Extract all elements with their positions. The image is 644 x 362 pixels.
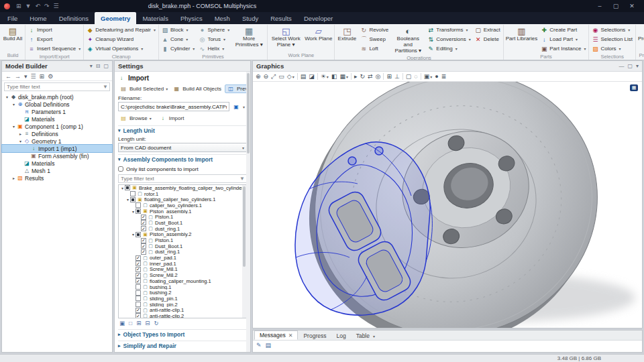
model-tree-node[interactable]: ▸≡Definitions	[2, 130, 112, 137]
perspective-projection-icon[interactable]: ◪	[309, 73, 315, 80]
build-all-objects-button[interactable]: ▦ Build All Objects	[171, 85, 223, 93]
back-icon[interactable]: ←	[5, 73, 11, 80]
component-tree-node[interactable]: ▾▣Brake_assembly_floating_caliper_two_cy…	[119, 185, 246, 191]
insert-sequence-button[interactable]: ≡Insert Sequence▾	[27, 44, 82, 53]
component-checkbox-checked[interactable]	[136, 278, 141, 284]
build-selected-button[interactable]: ▤ Build Selected ▾	[118, 85, 170, 93]
component-checkbox-partial[interactable]	[136, 208, 141, 214]
component-tree-node[interactable]: ▢rotor.1	[119, 191, 246, 197]
browse-button[interactable]: ▤ Browse ▾	[118, 115, 154, 122]
menu-tab-definitions[interactable]: Definitions	[53, 12, 95, 24]
component-checkbox-checked[interactable]	[141, 220, 146, 225]
component-checkbox-checked[interactable]	[136, 273, 141, 278]
cone-button[interactable]: ▲Cone▾	[160, 35, 196, 44]
work-plane-button[interactable]: ▱Work Plane	[304, 25, 333, 43]
select-lasso-icon[interactable]: ◌	[414, 73, 417, 80]
component-checkbox-checked[interactable]	[141, 215, 146, 220]
maximize-button[interactable]: ▢	[608, 0, 624, 12]
helix-button[interactable]: ∿Helix▾	[197, 44, 231, 53]
rotate-view-icon[interactable]: ↻	[360, 73, 365, 80]
cleanup-wizard-button[interactable]: ✦Cleanup Wizard	[85, 35, 157, 44]
component-tree-node[interactable]: ▢sliding_pin.1	[119, 296, 246, 302]
clear-messages-icon[interactable]: ✎	[256, 342, 262, 349]
collapse-arrow-icon[interactable]: ▾	[131, 209, 136, 214]
pan-view-icon[interactable]: ⇄	[368, 73, 373, 80]
component-tree-node[interactable]: ▾▣Piston_assembly.2	[119, 232, 246, 238]
load-part-button[interactable]: ↓Load Part▾	[539, 35, 587, 44]
save-icon[interactable]: ▼	[25, 3, 32, 9]
length-unit-section-header[interactable]: ▾ Length Unit	[118, 125, 247, 135]
menu-tab-study[interactable]: Study	[236, 12, 264, 24]
messages-tab-progress[interactable]: Progress	[299, 332, 331, 340]
model-tree-node[interactable]: πParameters 1	[2, 108, 112, 115]
close-tab-icon[interactable]: ✕	[288, 333, 293, 339]
collapse-all-icon[interactable]: ⊟	[96, 63, 101, 69]
component-checkbox-partial[interactable]	[125, 185, 130, 190]
graphics-context-menu-icon[interactable]: ▦	[630, 84, 638, 91]
programming-button[interactable]: ⌨Programming ▾	[637, 25, 644, 49]
component-checkbox-checked[interactable]	[141, 243, 146, 249]
component-checkbox-checked[interactable]	[141, 249, 146, 255]
node-settings-icon[interactable]: ⚙	[48, 73, 53, 80]
filename-input[interactable]	[121, 104, 227, 110]
zoom-mode-icon[interactable]: ◎	[376, 73, 381, 80]
menu-tab-file[interactable]: File	[1, 12, 23, 24]
component-checkbox-checked[interactable]	[136, 313, 141, 318]
collapse-arrow-icon[interactable]: ▾	[11, 102, 17, 107]
booleans-and-partitions-button[interactable]: ◐Booleans and Partitions ▾	[391, 25, 425, 54]
import-button[interactable]: ↓ Import	[158, 115, 186, 122]
component-checkbox-checked[interactable]	[141, 226, 146, 231]
add-node-icon[interactable]: ⊞	[40, 73, 45, 80]
component-tree-node[interactable]: ▢Dust_Boot.1	[119, 243, 246, 249]
part-libraries-button[interactable]: ▥Part Libraries	[505, 25, 539, 43]
model-tree-node[interactable]: ▾◆disk_brake.mph (root)	[2, 93, 112, 101]
image-snapshot-icon[interactable]: ▣	[424, 73, 430, 80]
select-mode-icon[interactable]: ▸	[354, 73, 358, 80]
collapse-arrow-icon[interactable]: ▾	[131, 232, 136, 237]
block-button[interactable]: ▧Block▾	[160, 25, 196, 34]
model-tree-node[interactable]: ▣Form Assembly (fin)	[2, 152, 112, 160]
component-tree-node[interactable]: ▢Piston.1	[119, 214, 246, 220]
menu-tab-materials[interactable]: Materials	[136, 12, 174, 24]
component-checkbox-checked[interactable]	[136, 261, 141, 266]
select-box-icon[interactable]: ▢	[406, 73, 412, 80]
model-tree-node[interactable]: ▾▣Component 1 (comp 1)	[2, 123, 112, 130]
simplify-repair-section-header[interactable]: ▸ Simplify and Repair	[118, 341, 247, 350]
collapse-arrow-icon[interactable]: ▾	[125, 197, 130, 202]
menu-tab-developer[interactable]: Developer	[298, 12, 339, 24]
expand-arrow-icon[interactable]: ▸	[11, 176, 17, 180]
component-tree-node[interactable]: ▢outer_pad.1	[119, 255, 246, 261]
print-icon[interactable]: ≣	[441, 73, 447, 80]
model-tree-node[interactable]: ◪Materials	[2, 160, 112, 167]
recent-files-button[interactable]: ▣ ▾	[231, 103, 247, 111]
conversions-button[interactable]: ⇅Conversions▾	[426, 35, 472, 44]
component-checkbox-unchecked[interactable]	[136, 302, 141, 307]
transparency-icon[interactable]: ◧	[331, 73, 337, 80]
component-checkbox-checked[interactable]	[136, 267, 141, 272]
zoom-box-icon[interactable]: ▭	[278, 73, 284, 80]
wireframe-rendering-icon[interactable]: ▦	[339, 73, 345, 80]
detach-panel-icon[interactable]: ▢	[627, 63, 633, 69]
model-tree-node[interactable]: △Mesh 1	[2, 167, 112, 174]
collapse-tree-icon[interactable]: ⊟	[145, 320, 150, 326]
component-tree-node[interactable]: ▢Screw_M8.2	[119, 272, 246, 278]
component-checkbox-checked[interactable]	[141, 238, 146, 243]
transforms-button[interactable]: ⇄Transforms▾	[426, 25, 472, 34]
component-checkbox-unchecked[interactable]	[136, 290, 141, 296]
component-tree-node[interactable]: ▢inner_pad.1	[119, 261, 246, 267]
messages-tab-log[interactable]: Log	[331, 332, 350, 340]
menu-tab-home[interactable]: Home	[23, 12, 52, 24]
sphere-button[interactable]: ●Sphere▾	[197, 25, 231, 34]
delete-button[interactable]: ✕Delete	[474, 35, 502, 44]
show-grid-icon[interactable]: ⊞	[386, 73, 392, 80]
component-checkbox-partial[interactable]	[136, 232, 141, 237]
messages-tab-table[interactable]: Table▾	[352, 332, 380, 340]
component-tree-node[interactable]: ▢Dust_Boot.1	[119, 220, 246, 226]
go-to-default-view-icon[interactable]: ◇	[287, 73, 292, 80]
component-tree-node[interactable]: ▾▣Piston_assembly.1	[119, 208, 246, 215]
close-button[interactable]: ✕	[624, 0, 640, 12]
revolve-button[interactable]: ↻Revolve	[359, 25, 390, 34]
show-menu-icon[interactable]: ☰	[31, 73, 36, 80]
editing-button[interactable]: ✎Editing▾	[426, 44, 472, 53]
object-types-section-header[interactable]: ▸ Object Types to Import	[118, 329, 247, 339]
